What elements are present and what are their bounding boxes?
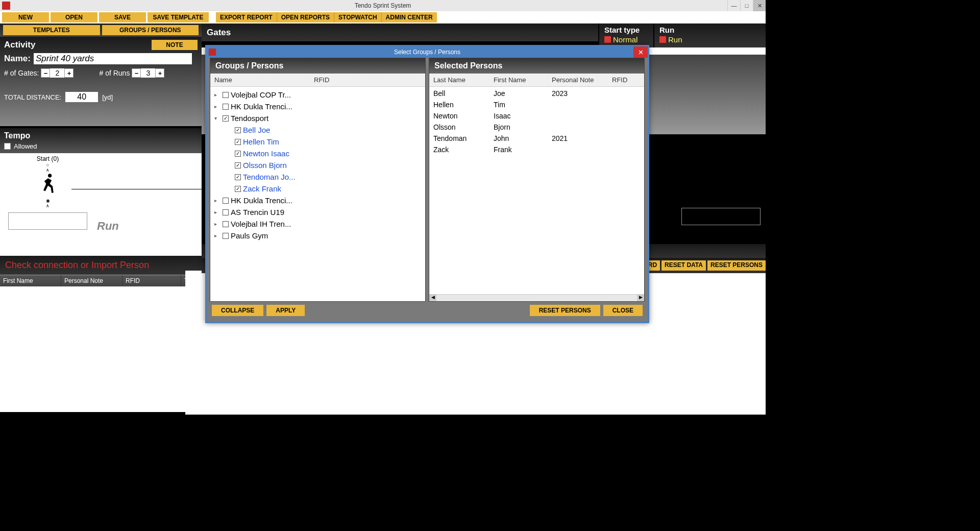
tree-person-row[interactable]: Bell Joe [214, 124, 421, 136]
scroll-right-icon[interactable]: ▶ [637, 295, 644, 301]
selected-persons-table[interactable]: BellJoe2023HellenTimNewtonIsaacOlssonBjo… [429, 87, 644, 294]
groups-persons-button[interactable]: GROUPS / PERSONS [102, 25, 199, 35]
dialog-titlebar[interactable]: Select Groups / Persons ✕ [207, 46, 648, 58]
horizontal-scrollbar[interactable]: ◀ ▶ [429, 294, 644, 301]
person-name: Zack Frank [243, 184, 281, 193]
close-button[interactable]: ✕ [753, 0, 766, 11]
open-button[interactable]: OPEN [51, 12, 97, 22]
cell-rfid [608, 123, 616, 131]
runs-spinner[interactable]: − 3 + [132, 68, 164, 78]
cell-first-name: John [489, 134, 548, 142]
checkbox-icon[interactable] [235, 162, 241, 168]
selected-person-row[interactable]: HellenTim [429, 99, 644, 110]
tree-person-row[interactable]: Newton Isaac [214, 148, 421, 159]
minimize-button[interactable]: — [727, 0, 740, 11]
th-last-name[interactable]: Last Name [429, 76, 489, 84]
th-rfid[interactable]: RFID [122, 275, 181, 286]
expand-icon[interactable]: ▸ [214, 104, 220, 109]
tree-group-row[interactable]: ▸Volejbal IH Tren... [214, 218, 421, 230]
person-name: Olsson Bjorn [243, 161, 287, 170]
expand-icon[interactable]: ▸ [214, 92, 220, 98]
checkbox-icon[interactable] [235, 139, 241, 145]
checkbox-icon[interactable] [223, 198, 229, 204]
tree-group-row[interactable]: ▸HK Dukla Trenci... [214, 101, 421, 112]
tree-person-row[interactable]: Zack Frank [214, 183, 421, 195]
selected-person-row[interactable]: TendomanJohn2021 [429, 133, 644, 144]
export-report-button[interactable]: EXPORT REPORT [216, 12, 277, 22]
checkbox-icon[interactable] [235, 174, 241, 180]
cell-rfid [608, 134, 616, 142]
reset-data-button[interactable]: RESET DATA [662, 260, 706, 271]
expand-icon[interactable]: ▸ [214, 198, 220, 203]
tree-person-row[interactable]: Tendoman Jo... [214, 171, 421, 183]
th-first-name[interactable]: First Name [489, 76, 548, 84]
tempo-allowed-label: Allowed [14, 142, 37, 150]
selected-person-row[interactable]: OlssonBjorn [429, 122, 644, 133]
maximize-button[interactable]: □ [740, 0, 753, 11]
apply-button[interactable]: APPLY [266, 305, 305, 316]
expand-icon[interactable]: ▸ [214, 233, 220, 238]
tree-group-row[interactable]: ▾Tendosport [214, 112, 421, 124]
save-template-button[interactable]: SAVE TEMPLATE [148, 12, 209, 22]
runs-decr[interactable]: − [132, 68, 141, 78]
activity-name-input[interactable] [34, 53, 192, 64]
th-first-name[interactable]: First Name [0, 275, 61, 286]
new-button[interactable]: NEW [2, 12, 49, 22]
expand-icon[interactable]: ▸ [214, 209, 220, 215]
warning-message: Check connection or Import Person [0, 256, 202, 275]
dialog-close-button[interactable]: ✕ [633, 46, 648, 58]
th-personal-note[interactable]: Personal Note [548, 76, 608, 84]
th-name[interactable]: Name [210, 76, 310, 84]
scroll-left-icon[interactable]: ◀ [429, 295, 436, 301]
note-button[interactable]: NOTE [152, 40, 198, 50]
close-dialog-button[interactable]: CLOSE [603, 305, 643, 316]
gates-decr[interactable]: − [41, 68, 50, 78]
th-personal-note[interactable]: Personal Note [61, 275, 122, 286]
templates-button[interactable]: TEMPLATES [3, 25, 100, 35]
gates-label: # of Gates: [4, 69, 39, 77]
gates-incr[interactable]: + [64, 68, 74, 78]
cell-personal-note: 2021 [548, 134, 608, 142]
person-name: Hellen Tim [243, 137, 279, 146]
tree-person-row[interactable]: Olsson Bjorn [214, 159, 421, 171]
checkbox-icon[interactable] [235, 127, 241, 133]
finish-gate-input[interactable] [681, 208, 761, 225]
runs-incr[interactable]: + [155, 68, 164, 78]
cell-first-name: Joe [489, 89, 548, 98]
gates-spinner[interactable]: − 2 + [41, 68, 74, 78]
groups-tree[interactable]: ▸Volejbal COP Tr...▸HK Dukla Trenci...▾T… [210, 87, 425, 301]
selected-person-row[interactable]: ZackFrank [429, 144, 644, 155]
start-gate-input[interactable] [8, 212, 87, 230]
titlebar: Tendo Sprint System — □ ✕ [0, 0, 766, 11]
th-rfid[interactable]: RFID [310, 76, 333, 84]
checkbox-icon[interactable] [223, 92, 229, 98]
tree-group-row[interactable]: ▸Pauls Gym [214, 230, 421, 242]
th-rfid[interactable]: RFID [608, 76, 631, 84]
expand-icon[interactable]: ▸ [214, 221, 220, 227]
expand-icon[interactable]: ▾ [214, 115, 220, 121]
checkbox-icon[interactable] [223, 115, 229, 122]
select-groups-persons-dialog: Select Groups / Persons ✕ Groups / Perso… [205, 45, 649, 323]
stopwatch-button[interactable]: STOPWATCH [334, 12, 382, 22]
save-button[interactable]: SAVE [99, 12, 146, 22]
reset-persons-button-main[interactable]: RESET PERSONS [707, 260, 766, 271]
group-name: HK Dukla Trenci... [231, 196, 292, 205]
selected-person-row[interactable]: BellJoe2023 [429, 88, 644, 99]
open-reports-button[interactable]: OPEN REPORTS [277, 12, 334, 22]
checkbox-icon[interactable] [223, 233, 229, 239]
cell-rfid [608, 101, 616, 109]
reset-persons-button[interactable]: RESET PERSONS [530, 305, 600, 316]
tree-group-row[interactable]: ▸AS Trencin U19 [214, 206, 421, 218]
checkbox-icon[interactable] [223, 221, 229, 227]
admin-center-button[interactable]: ADMIN CENTER [382, 12, 437, 22]
checkbox-icon[interactable] [223, 104, 229, 110]
collapse-button[interactable]: COLLAPSE [212, 305, 263, 316]
tree-group-row[interactable]: ▸Volejbal COP Tr... [214, 89, 421, 101]
checkbox-icon[interactable] [235, 186, 241, 192]
checkbox-icon[interactable] [223, 209, 229, 215]
tree-person-row[interactable]: Hellen Tim [214, 136, 421, 148]
tree-group-row[interactable]: ▸HK Dukla Trenci... [214, 195, 421, 206]
checkbox-icon[interactable] [235, 151, 241, 157]
selected-person-row[interactable]: NewtonIsaac [429, 110, 644, 122]
tempo-allowed-checkbox[interactable]: Allowed [4, 142, 198, 150]
